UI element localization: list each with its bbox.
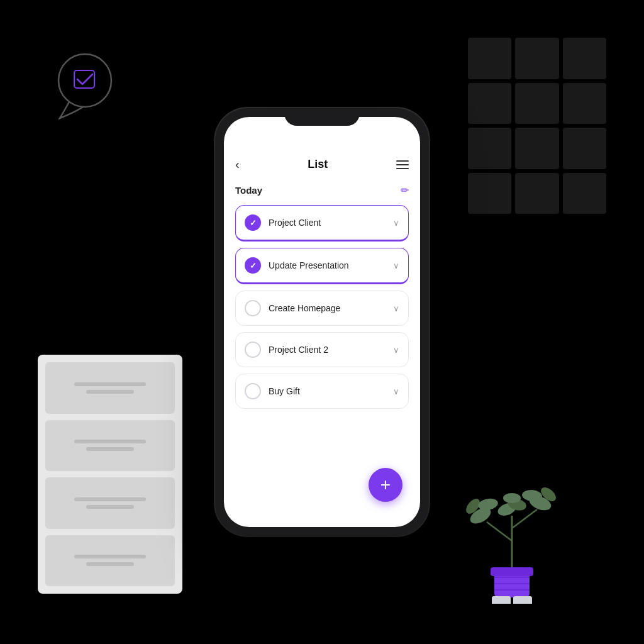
grid-cell [563,38,606,79]
task-item-5[interactable]: Buy Gift ∨ [235,374,409,409]
cabinet-drawer [45,420,175,472]
grid-cell [515,38,558,79]
drawer-handle-short [86,562,134,566]
chevron-icon-5: ∨ [393,387,399,396]
menu-line [396,164,409,165]
chat-bubble-icon [50,50,126,119]
svg-rect-19 [492,596,511,604]
drawer-handle-short [86,390,134,394]
grid-cell [468,173,511,214]
grid-cell [468,128,511,169]
app-title: List [308,158,328,171]
app-header: ‹ List [235,147,409,184]
grid-cell [515,173,558,214]
task-label-1: Project Client [269,218,386,228]
task-checkbox-1[interactable] [245,214,261,231]
menu-line [396,168,409,169]
drawer-handle [74,440,146,443]
grid-cell [515,83,558,125]
drawer-handle [74,497,146,501]
chevron-icon-4: ∨ [393,345,399,355]
app-content: ‹ List Today ✏ P [224,117,420,527]
chevron-icon-1: ∨ [393,218,399,228]
drawer-handle [74,555,146,558]
drawer-handle [74,382,146,386]
task-checkbox-4[interactable] [245,341,261,358]
plant-decoration [462,465,562,606]
section-title: Today [235,185,262,196]
add-task-fab[interactable]: + [369,468,402,502]
phone-outer: ‹ List Today ✏ P [215,108,429,536]
grid-cell [563,128,606,169]
menu-line [396,160,409,162]
phone-notch [284,108,360,126]
svg-line-9 [512,509,537,528]
grid-decoration [468,38,606,214]
back-button[interactable]: ‹ [235,157,240,172]
grid-cell [515,128,558,169]
task-item-4[interactable]: Project Client 2 ∨ [235,332,409,367]
task-checkbox-5[interactable] [245,383,261,399]
cabinet-body [38,355,182,594]
cabinet-drawer [45,477,175,529]
svg-rect-20 [513,596,532,604]
phone-mockup: ‹ List Today ✏ P [215,108,429,536]
chevron-icon-2: ∨ [393,261,399,270]
task-label-2: Update Presentation [269,260,386,270]
phone-screen: ‹ List Today ✏ P [224,117,420,527]
svg-point-0 [58,54,111,107]
task-checkbox-3[interactable] [245,300,261,316]
svg-point-18 [503,493,521,503]
task-label-3: Create Homepage [269,303,386,313]
grid-cell [563,83,606,125]
task-item-2[interactable]: Update Presentation ∨ [235,248,409,284]
section-header: Today ✏ [235,184,409,196]
svg-line-8 [487,522,512,541]
grid-cell [468,83,511,125]
task-label-4: Project Client 2 [269,345,386,355]
chevron-icon-3: ∨ [393,304,399,313]
grid-cell [563,173,606,214]
task-item-1[interactable]: Project Client ∨ [235,205,409,242]
edit-icon[interactable]: ✏ [401,184,409,196]
drawer-handle-short [86,505,134,509]
task-label-5: Buy Gift [269,386,386,396]
drawer-handle-short [86,447,134,451]
cabinet-drawer [45,362,175,414]
menu-button[interactable] [396,160,409,169]
task-checkbox-2[interactable] [245,257,261,274]
cabinet-drawer [45,535,175,587]
filing-cabinet [38,355,182,594]
grid-cell [468,38,511,79]
task-item-3[interactable]: Create Homepage ∨ [235,291,409,326]
svg-rect-3 [491,567,533,576]
